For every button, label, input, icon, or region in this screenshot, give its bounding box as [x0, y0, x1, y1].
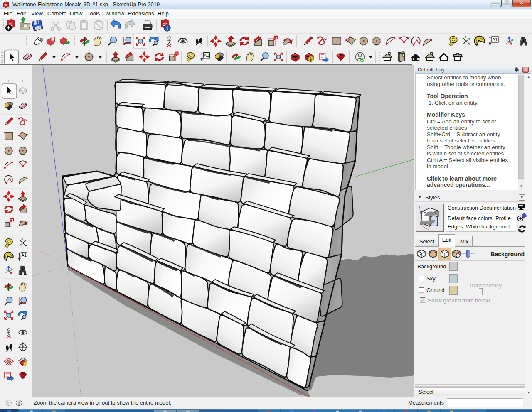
svg-text:b: b	[21, 237, 23, 241]
svg-text:A1: A1	[204, 53, 209, 58]
svg-text:C: C	[22, 344, 24, 347]
svg-text:A1: A1	[22, 253, 27, 258]
svg-text:A1: A1	[492, 37, 498, 42]
svg-text:b: b	[465, 35, 466, 39]
